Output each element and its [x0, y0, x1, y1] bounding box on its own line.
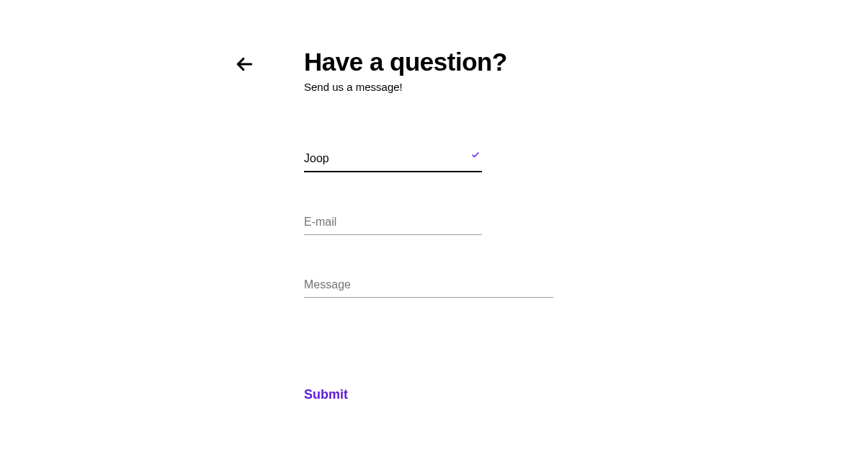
- back-button[interactable]: [235, 55, 254, 76]
- name-field-row: [304, 149, 553, 172]
- submit-button[interactable]: Submit: [304, 387, 348, 402]
- email-input[interactable]: [304, 213, 482, 235]
- arrow-left-icon: [235, 55, 254, 74]
- page-title: Have a question?: [304, 48, 553, 76]
- message-field-row: [304, 275, 553, 298]
- check-icon: [471, 151, 480, 159]
- page-subtitle: Send us a message!: [304, 81, 553, 93]
- message-input[interactable]: [304, 275, 553, 298]
- contact-form: Submit: [304, 149, 553, 402]
- name-input[interactable]: [304, 149, 482, 172]
- valid-check-badge: [470, 149, 481, 161]
- email-field-row: [304, 213, 553, 235]
